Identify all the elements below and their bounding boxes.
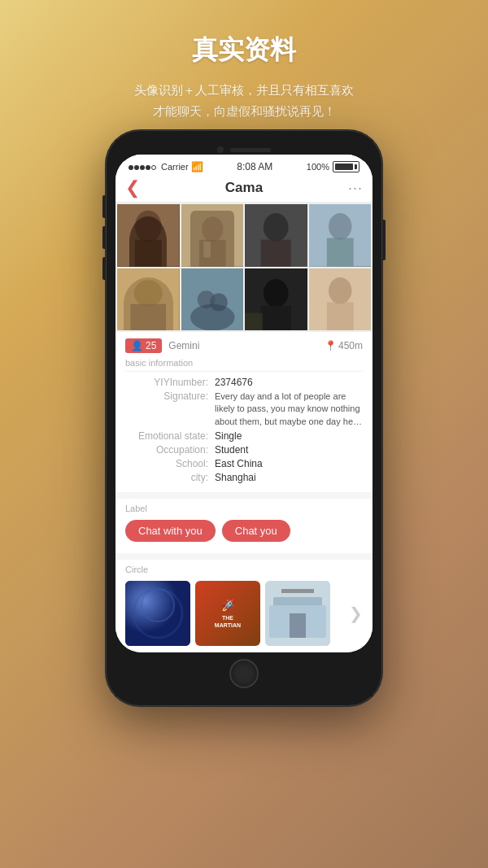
circle-header: Circle bbox=[125, 565, 363, 574]
info-row-occ: Occupation: Student bbox=[125, 444, 363, 456]
nav-bar: ❮ Cama ··· bbox=[115, 176, 373, 203]
sig-val: Every day and a lot of people are likely… bbox=[215, 390, 363, 428]
info-table: YIYInumber: 2374676 Signature: Every day… bbox=[125, 377, 363, 483]
wifi-icon: 📶 bbox=[191, 161, 203, 172]
photo-7[interactable] bbox=[245, 268, 307, 331]
svg-point-19 bbox=[190, 303, 234, 330]
pin-icon: 📍 bbox=[325, 340, 337, 351]
battery-fill bbox=[335, 164, 353, 170]
svg-rect-12 bbox=[326, 238, 353, 267]
speaker-grille bbox=[230, 148, 271, 152]
subtitle: 头像识别＋人工审核，并且只有相互喜欢 才能聊天，向虚假和骚扰说再见！ bbox=[33, 80, 455, 121]
svg-rect-5 bbox=[198, 240, 225, 267]
svg-point-11 bbox=[329, 213, 351, 240]
carrier-name: Carrier bbox=[161, 162, 189, 172]
info-row-emotion: Emotional state: Single bbox=[125, 430, 363, 442]
subtitle-line2: 才能聊天，向虚假和骚扰说再见！ bbox=[153, 104, 336, 118]
svg-rect-23 bbox=[245, 312, 263, 330]
occ-key: Occupation: bbox=[125, 444, 215, 456]
svg-rect-9 bbox=[261, 240, 291, 267]
chat-you-button[interactable]: Chat you bbox=[222, 520, 290, 542]
status-right: 100% bbox=[307, 161, 359, 172]
circle-item-1[interactable] bbox=[125, 581, 190, 646]
photo-2[interactable] bbox=[181, 204, 244, 267]
svg-rect-16 bbox=[181, 268, 244, 331]
status-left: Carrier 📶 bbox=[129, 161, 203, 172]
circle-section: Circle bbox=[115, 553, 373, 652]
occ-val: Student bbox=[215, 444, 363, 456]
svg-rect-33 bbox=[281, 589, 314, 593]
photo-5[interactable] bbox=[117, 268, 180, 331]
phone-top-bar bbox=[115, 140, 373, 155]
battery-tip bbox=[355, 164, 357, 169]
svg-point-21 bbox=[264, 279, 289, 308]
svg-rect-10 bbox=[309, 204, 372, 267]
photo-8[interactable] bbox=[309, 268, 372, 331]
school-key: School: bbox=[125, 458, 215, 469]
home-button[interactable] bbox=[229, 659, 259, 688]
tag-buttons: Chat with you Chat you bbox=[125, 520, 363, 542]
svg-point-14 bbox=[134, 280, 163, 307]
back-button[interactable]: ❮ bbox=[125, 179, 140, 197]
svg-point-17 bbox=[197, 290, 215, 308]
circle-arrow[interactable]: ❯ bbox=[349, 604, 363, 623]
phone-shell: Carrier 📶 8:08 AM 100% ❮ Cama ··· bbox=[106, 130, 382, 706]
profile-info: 👤 25 Gemini 📍 450m basic information YIY… bbox=[115, 332, 373, 492]
info-row-sig: Signature: Every day and a lot of people… bbox=[125, 390, 363, 428]
chat-with-you-button[interactable]: Chat with you bbox=[125, 520, 216, 542]
age-zodiac: 👤 25 Gemini bbox=[125, 338, 199, 353]
age-badge: 👤 25 bbox=[125, 338, 162, 353]
battery-icon bbox=[333, 161, 359, 172]
home-button-wrap bbox=[115, 652, 373, 696]
svg-rect-0 bbox=[117, 204, 180, 267]
main-title: 真实资料 bbox=[33, 33, 455, 68]
zodiac-label: Gemini bbox=[168, 340, 199, 351]
photo-grid bbox=[115, 203, 373, 332]
top-section: 真实资料 头像识别＋人工审核，并且只有相互喜欢 才能聊天，向虚假和骚扰说再见！ bbox=[0, 0, 488, 137]
info-row-school: School: East China bbox=[125, 458, 363, 469]
battery-percent: 100% bbox=[307, 162, 329, 172]
photo-1[interactable] bbox=[117, 204, 180, 267]
svg-rect-6 bbox=[203, 242, 211, 258]
phone-device: Carrier 📶 8:08 AM 100% ❮ Cama ··· bbox=[106, 130, 382, 706]
svg-rect-3 bbox=[181, 204, 244, 267]
photo-6[interactable] bbox=[181, 268, 244, 331]
phone-screen: Carrier 📶 8:08 AM 100% ❮ Cama ··· bbox=[115, 155, 373, 652]
distance-label: 📍 450m bbox=[325, 340, 363, 351]
label-header: Label bbox=[125, 504, 363, 513]
distance-value: 450m bbox=[338, 340, 363, 351]
svg-point-1 bbox=[135, 211, 162, 242]
age-value: 25 bbox=[146, 340, 156, 351]
photo-3[interactable] bbox=[245, 204, 307, 267]
person-icon: 👤 bbox=[131, 340, 143, 351]
basic-info-label: basic information bbox=[125, 358, 363, 372]
signal-dots bbox=[129, 162, 157, 172]
sig-key: Signature: bbox=[125, 390, 215, 428]
martian-title: 🚀 THEMARTIAN bbox=[210, 593, 246, 634]
front-camera bbox=[217, 146, 224, 153]
label-section: Label Chat with you Chat you bbox=[115, 492, 373, 553]
yiy-val: 2374676 bbox=[215, 377, 363, 388]
photo-4[interactable] bbox=[309, 204, 372, 267]
circle-item-2[interactable]: 🚀 THEMARTIAN bbox=[195, 581, 260, 646]
emotion-key: Emotional state: bbox=[125, 430, 215, 442]
info-row-city: city: Shanghai bbox=[125, 472, 363, 483]
svg-rect-22 bbox=[261, 305, 291, 330]
school-val: East China bbox=[215, 458, 363, 469]
svg-point-4 bbox=[202, 216, 223, 242]
svg-rect-20 bbox=[245, 268, 307, 331]
status-bar: Carrier 📶 8:08 AM 100% bbox=[115, 155, 373, 176]
city-key: city: bbox=[125, 472, 215, 483]
more-button[interactable]: ··· bbox=[348, 180, 363, 197]
circle-item-3[interactable] bbox=[265, 581, 330, 646]
svg-rect-15 bbox=[130, 303, 166, 330]
svg-rect-2 bbox=[135, 240, 162, 267]
svg-rect-24 bbox=[309, 268, 372, 331]
yiy-key: YIYInumber: bbox=[125, 377, 215, 388]
city-val: Shanghai bbox=[215, 472, 363, 483]
svg-rect-13 bbox=[117, 268, 180, 331]
profile-name: Cama bbox=[225, 180, 263, 196]
svg-rect-34 bbox=[290, 613, 306, 638]
svg-rect-27 bbox=[125, 581, 190, 646]
circle-grid: 🚀 THEMARTIAN ❯ bbox=[125, 581, 363, 646]
